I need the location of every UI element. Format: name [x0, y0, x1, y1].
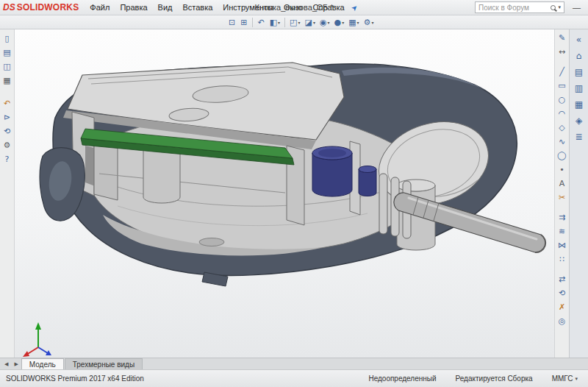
menu-view[interactable]: Вид: [153, 1, 178, 13]
model-floor-hole: [199, 238, 224, 246]
triad-z-axis: [38, 347, 48, 353]
triad-y-arrowhead: [35, 322, 41, 330]
model[interactable]: [40, 63, 545, 286]
view-palette-button[interactable]: ▦: [571, 96, 587, 113]
tab-scroll-left-button[interactable]: ◀: [1, 361, 11, 369]
dropdown-chevron-icon: ▾: [313, 20, 315, 25]
point-button[interactable]: •: [556, 163, 569, 177]
model-small-component-top[interactable]: [359, 166, 376, 173]
new-document-button[interactable]: ▯: [1, 32, 14, 46]
heads-up-toolbar: ⊡ ⊞ ↶ ◧▾ ◰▾ ◪▾ ◉▾ ●▾ ▦▾ ⚙▾: [0, 15, 588, 29]
search-placeholder: Поиск в Форум: [478, 4, 548, 12]
open-document-button[interactable]: ▤: [1, 46, 14, 60]
apply-scene-icon: ▦: [348, 18, 356, 26]
units-chevron-icon: ▾: [575, 376, 578, 382]
model-small-component-body[interactable]: [359, 169, 376, 196]
display-style-button[interactable]: ◪▾: [303, 16, 318, 29]
zoom-fit-button[interactable]: ⊡: [226, 16, 238, 29]
edit-appearance-button[interactable]: ●▾: [332, 16, 347, 29]
display-style-icon: ◪: [305, 18, 312, 26]
search-input[interactable]: Поиск в Форум ▾: [475, 1, 564, 13]
circle-button[interactable]: ○: [556, 93, 569, 107]
file-explorer-button[interactable]: ▥: [571, 80, 587, 96]
previous-view-button[interactable]: ↶: [255, 16, 267, 29]
select-button[interactable]: ⊳: [1, 110, 14, 124]
model-buzzer-top-inner: [318, 149, 346, 157]
view-orientation-button[interactable]: ◰▾: [287, 16, 302, 29]
tab-scroll-right-button[interactable]: ▶: [11, 361, 21, 369]
text-button[interactable]: A: [556, 177, 569, 191]
triad-x-arrowhead: [23, 351, 29, 357]
title-bar: DS SOLIDWORKS Файл Правка Вид Вставка Ин…: [0, 0, 588, 15]
view-settings-icon: ⚙: [364, 18, 371, 26]
menu-file[interactable]: Файл: [85, 1, 115, 13]
apply-scene-button[interactable]: ▦▾: [346, 16, 361, 29]
edit-appearance-icon: ●: [334, 18, 342, 26]
minimize-button[interactable]: —: [568, 3, 585, 12]
view-settings-button[interactable]: ⚙▾: [362, 16, 376, 29]
spline-button[interactable]: ∿: [556, 135, 569, 149]
edit-mode-status: Редактируется Сборка: [456, 374, 533, 383]
appearances-button[interactable]: ◈: [571, 113, 587, 129]
undo-button[interactable]: ↶: [1, 96, 14, 110]
tab-3d-views[interactable]: Трехмерные виды: [65, 358, 143, 369]
zoom-fit-icon: ⊡: [229, 18, 235, 26]
ellipse-button[interactable]: ◯: [556, 149, 569, 163]
logo-text: SOLIDWORKS: [17, 2, 79, 13]
logo-ds: DS: [3, 2, 15, 13]
left-toolbar: ▯ ▤ ◫ ▦ ↶ ⊳ ⟲ ⚙ ?: [0, 29, 15, 358]
search-icon[interactable]: [551, 5, 556, 10]
right-toolbar: ✎ ↔ ╱ ▭ ○ ◠ ◇ ∿ ◯ • A ✂ ⇉ ≋ ⋈ ∷ ⇄ ⟲ ✗ ◎: [554, 29, 569, 358]
save-document-button[interactable]: ◫: [1, 60, 14, 74]
smart-dimension-button[interactable]: ↔: [556, 45, 569, 59]
dropdown-chevron-icon: ▾: [342, 20, 344, 25]
main-area: ▯ ▤ ◫ ▦ ↶ ⊳ ⟲ ⚙ ?: [0, 29, 588, 358]
move-entities-button[interactable]: ⇄: [556, 272, 569, 286]
zoom-area-button[interactable]: ⊞: [238, 16, 250, 29]
hide-show-items-button[interactable]: ◉▾: [318, 16, 332, 29]
pin-menu-icon[interactable]: ➤: [349, 2, 359, 13]
help-button[interactable]: ?: [1, 152, 14, 166]
tab-model[interactable]: Модель: [21, 358, 64, 369]
offset-entities-button[interactable]: ≋: [556, 224, 569, 238]
search-scope-chevron-icon[interactable]: ▾: [558, 4, 561, 10]
corner-rectangle-button[interactable]: ▭: [556, 79, 569, 93]
hide-show-items-icon: ◉: [320, 18, 327, 26]
trim-entities-button[interactable]: ✂: [556, 191, 569, 205]
graphics-area[interactable]: [15, 29, 554, 358]
menu-edit[interactable]: Правка: [115, 1, 152, 13]
rotate-entities-button[interactable]: ⟲: [556, 286, 569, 300]
units-selector[interactable]: ММГС ▾: [552, 374, 578, 383]
resources-home-button[interactable]: ⌂: [571, 48, 587, 64]
erase-button[interactable]: ✗: [556, 300, 569, 314]
design-library-button[interactable]: ▤: [571, 64, 587, 80]
section-view-button[interactable]: ◧▾: [268, 16, 282, 29]
status-right-cluster: Недоопределенный Редактируется Сборка ММ…: [368, 374, 578, 383]
custom-properties-button[interactable]: ≣: [571, 129, 587, 145]
polygon-button[interactable]: ◇: [556, 121, 569, 135]
toolbar-separator: [252, 18, 253, 27]
solidworks-window: DS SOLIDWORKS Файл Правка Вид Вставка Ин…: [0, 0, 588, 387]
mirror-entities-button[interactable]: ⋈: [556, 238, 569, 252]
sketch-button[interactable]: ✎: [556, 31, 569, 45]
view-orientation-icon: ◰: [290, 18, 297, 26]
centerpoint-arc-button[interactable]: ◠: [556, 107, 569, 121]
task-pane-collapse-button[interactable]: «: [571, 32, 587, 48]
model-scene: [15, 29, 554, 358]
constraint-status: Недоопределенный: [368, 374, 436, 383]
options-button[interactable]: ⚙: [1, 138, 14, 152]
linear-sketch-pattern-button[interactable]: ∷: [556, 252, 569, 266]
convert-entities-button[interactable]: ⇉: [556, 210, 569, 224]
edition-label: SOLIDWORKS Premium 2017 x64 Edition: [6, 374, 144, 383]
units-label: ММГС: [552, 374, 573, 383]
menu-insert[interactable]: Вставка: [177, 1, 218, 13]
rebuild-button[interactable]: ⟲: [1, 124, 14, 138]
quick-snaps-button[interactable]: ◎: [556, 314, 569, 328]
line-button[interactable]: ╱: [556, 65, 569, 79]
model-left-wall-step: [94, 140, 118, 200]
document-title: Кнопка_вызова_СБ *: [254, 3, 333, 12]
print-document-button[interactable]: ▦: [1, 74, 14, 88]
solidworks-logo: DS SOLIDWORKS: [3, 2, 79, 13]
zoom-area-icon: ⊞: [240, 18, 247, 26]
status-bar: SOLIDWORKS Premium 2017 x64 Edition Недо…: [0, 369, 588, 387]
